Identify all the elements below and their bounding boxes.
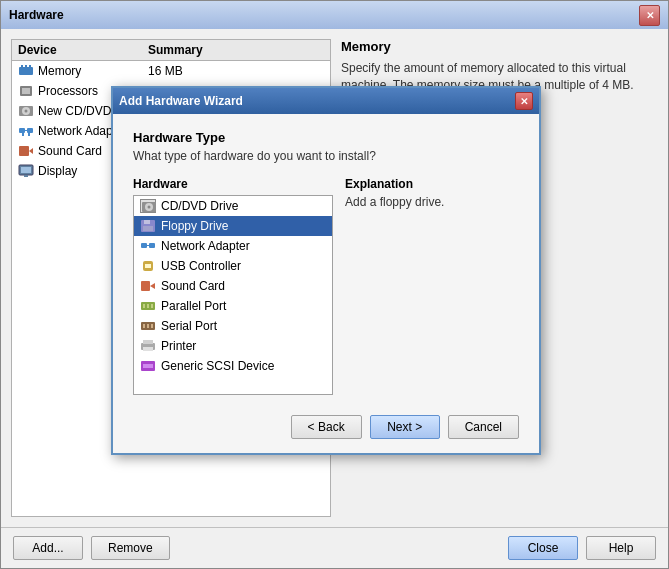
device-row-cdvd-label: New CD/DVD (.: [38, 104, 122, 118]
wizard-dialog: Add Hardware Wizard ✕ Hardware Type What…: [111, 86, 541, 455]
add-button[interactable]: Add...: [13, 536, 83, 560]
wizard-title: Add Hardware Wizard: [119, 94, 243, 108]
svg-rect-42: [143, 347, 153, 351]
svg-rect-14: [19, 146, 29, 156]
svg-rect-34: [147, 304, 149, 308]
main-window-title: Hardware: [9, 8, 64, 22]
hw-item-floppy-label: Floppy Drive: [161, 219, 228, 233]
device-row-display-label: Display: [38, 164, 77, 178]
wizard-section-subtitle: What type of hardware do you want to ins…: [133, 149, 519, 163]
device-table-header: Device Summary: [12, 40, 330, 61]
svg-point-21: [148, 206, 151, 209]
hw-item-parallel[interactable]: Parallel Port: [134, 296, 332, 316]
hw-item-serial[interactable]: Serial Port: [134, 316, 332, 336]
hw-item-cdvd-label: CD/DVD Drive: [161, 199, 238, 213]
hw-item-network-adapter[interactable]: Network Adapter: [134, 236, 332, 256]
explanation-text: Add a floppy drive.: [345, 195, 519, 209]
hw-item-scsi[interactable]: Generic SCSI Device: [134, 356, 332, 376]
main-footer: Add... Remove Close Help: [1, 527, 668, 568]
hw-item-cdvd[interactable]: CD/DVD Drive: [134, 196, 332, 216]
svg-marker-31: [150, 283, 155, 289]
svg-marker-15: [29, 148, 33, 154]
svg-rect-12: [22, 133, 24, 136]
svg-rect-27: [146, 245, 150, 246]
svg-rect-37: [143, 324, 145, 328]
display-icon: [18, 163, 34, 179]
wizard-section-title: Hardware Type: [133, 130, 519, 145]
svg-rect-24: [143, 226, 153, 231]
wizard-cancel-button[interactable]: Cancel: [448, 415, 519, 439]
explanation-label: Explanation: [345, 177, 519, 191]
cdvd-icon: [18, 103, 34, 119]
hw-item-printer[interactable]: Printer: [134, 336, 332, 356]
col-device-header: Device: [18, 43, 148, 57]
cdvd-hw-icon: [140, 199, 156, 213]
device-row-memory[interactable]: Memory 16 MB: [12, 61, 330, 81]
svg-rect-11: [24, 130, 28, 131]
main-window: Hardware ✕ Device Summary Memory: [0, 0, 669, 569]
scsi-hw-icon: [140, 359, 156, 373]
hw-item-printer-label: Printer: [161, 339, 196, 353]
svg-rect-2: [25, 65, 27, 69]
floppy-hw-icon: [140, 219, 156, 233]
wizard-titlebar: Add Hardware Wizard ✕: [113, 88, 539, 114]
svg-rect-30: [141, 281, 150, 291]
main-titlebar: Hardware ✕: [1, 1, 668, 29]
device-row-sound-label: Sound Card: [38, 144, 102, 158]
parallel-hw-icon: [140, 299, 156, 313]
svg-rect-5: [22, 88, 30, 94]
svg-rect-35: [151, 304, 153, 308]
svg-rect-17: [21, 167, 31, 173]
hardware-list-panel: Hardware CD/DVD Drive Floppy: [133, 177, 333, 395]
network-adapter-hw-icon: [140, 239, 156, 253]
hw-item-parallel-label: Parallel Port: [161, 299, 226, 313]
wizard-back-button[interactable]: < Back: [291, 415, 362, 439]
svg-rect-3: [29, 65, 31, 69]
wizard-columns: Hardware CD/DVD Drive Floppy: [133, 177, 519, 395]
svg-rect-33: [143, 304, 145, 308]
col-summary-header: Summary: [148, 43, 324, 57]
serial-hw-icon: [140, 319, 156, 333]
memory-icon: [18, 63, 34, 79]
hw-item-network-label: Network Adapter: [161, 239, 250, 253]
svg-point-8: [25, 110, 28, 113]
svg-rect-1: [21, 65, 23, 69]
wizard-body: Hardware Type What type of hardware do y…: [113, 114, 539, 405]
processors-icon: [18, 83, 34, 99]
main-footer-right: Close Help: [508, 536, 656, 560]
description-title: Memory: [341, 39, 658, 54]
hw-item-sound-label: Sound Card: [161, 279, 225, 293]
hw-item-usb[interactable]: USB Controller: [134, 256, 332, 276]
svg-rect-39: [151, 324, 153, 328]
hardware-list: CD/DVD Drive Floppy Drive: [133, 195, 333, 395]
explanation-panel: Explanation Add a floppy drive.: [345, 177, 519, 395]
device-row-network-label: Network Adap: [38, 124, 113, 138]
remove-button[interactable]: Remove: [91, 536, 170, 560]
printer-hw-icon: [140, 339, 156, 353]
main-close-button[interactable]: ✕: [639, 5, 660, 26]
hw-item-floppy[interactable]: Floppy Drive: [134, 216, 332, 236]
hw-item-usb-label: USB Controller: [161, 259, 241, 273]
svg-rect-41: [143, 340, 153, 344]
close-button[interactable]: Close: [508, 536, 578, 560]
usb-hw-icon: [140, 259, 156, 273]
wizard-next-button[interactable]: Next >: [370, 415, 440, 439]
hardware-list-label: Hardware: [133, 177, 333, 191]
svg-rect-38: [147, 324, 149, 328]
hw-item-scsi-label: Generic SCSI Device: [161, 359, 274, 373]
hw-item-sound[interactable]: Sound Card: [134, 276, 332, 296]
sound-hw-icon: [140, 279, 156, 293]
help-button[interactable]: Help: [586, 536, 656, 560]
main-footer-left: Add... Remove: [13, 536, 170, 560]
svg-rect-13: [28, 133, 30, 136]
svg-rect-29: [145, 264, 151, 268]
svg-rect-18: [24, 175, 28, 177]
svg-rect-23: [144, 220, 150, 224]
network-icon: [18, 123, 34, 139]
device-row-memory-label: Memory: [38, 64, 81, 78]
sound-icon: [18, 143, 34, 159]
wizard-close-button[interactable]: ✕: [515, 92, 533, 110]
svg-rect-44: [143, 364, 153, 368]
hw-item-serial-label: Serial Port: [161, 319, 217, 333]
device-row-processors-label: Processors: [38, 84, 98, 98]
